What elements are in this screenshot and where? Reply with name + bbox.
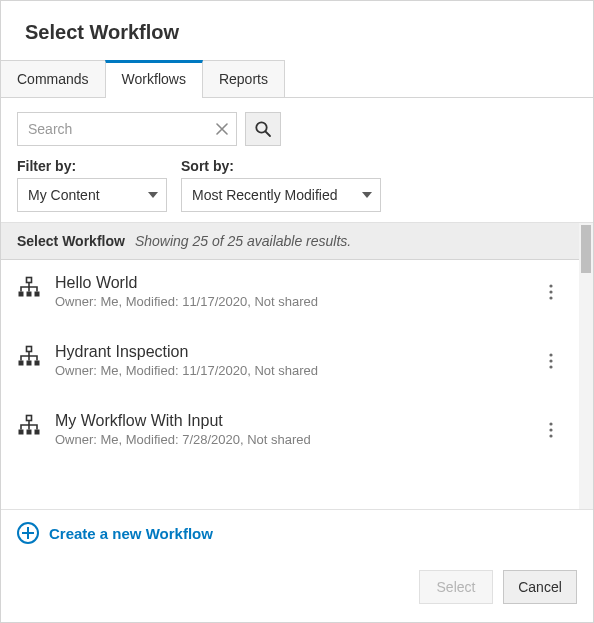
svg-point-14 xyxy=(549,359,552,362)
svg-rect-4 xyxy=(27,292,32,297)
svg-rect-17 xyxy=(19,430,24,435)
sort-value: Most Recently Modified xyxy=(192,187,338,203)
tab-bar: Commands Workflows Reports xyxy=(1,60,593,98)
svg-rect-10 xyxy=(19,361,24,366)
results-inner: Select Workflow Showing 25 of 25 availab… xyxy=(1,223,579,509)
item-menu-button[interactable] xyxy=(539,349,563,373)
chevron-down-icon xyxy=(148,192,158,198)
sort-label: Sort by: xyxy=(181,158,381,174)
filter-field: Filter by: My Content xyxy=(17,158,167,212)
search-button[interactable] xyxy=(245,112,281,146)
create-workflow-label: Create a new Workflow xyxy=(49,525,213,542)
create-row: Create a new Workflow xyxy=(1,509,593,556)
chevron-down-icon xyxy=(362,192,372,198)
list-item[interactable]: My Workflow With Input Owner: Me, Modifi… xyxy=(1,398,579,461)
list-item-text: Hydrant Inspection Owner: Me, Modified: … xyxy=(55,343,525,378)
list-item-title: Hydrant Inspection xyxy=(55,343,525,361)
workflow-icon xyxy=(17,276,41,300)
results-heading: Select Workflow xyxy=(17,233,125,249)
filters-row: Filter by: My Content Sort by: Most Rece… xyxy=(17,158,577,212)
more-vertical-icon xyxy=(549,422,553,438)
svg-rect-3 xyxy=(19,292,24,297)
svg-rect-12 xyxy=(35,361,40,366)
svg-point-7 xyxy=(549,290,552,293)
list-item-meta: Owner: Me, Modified: 7/28/2020, Not shar… xyxy=(55,432,525,447)
workflow-icon xyxy=(17,414,41,438)
tab-reports[interactable]: Reports xyxy=(202,60,285,97)
search-wrapper xyxy=(17,112,237,146)
svg-point-22 xyxy=(549,434,552,437)
dialog-body: Filter by: My Content Sort by: Most Rece… xyxy=(1,98,593,622)
more-vertical-icon xyxy=(549,284,553,300)
list-item-meta: Owner: Me, Modified: 11/17/2020, Not sha… xyxy=(55,294,525,309)
controls: Filter by: My Content Sort by: Most Rece… xyxy=(1,98,593,222)
svg-point-13 xyxy=(549,353,552,356)
filter-select[interactable]: My Content xyxy=(17,178,167,212)
select-button[interactable]: Select xyxy=(419,570,493,604)
workflow-list: Hello World Owner: Me, Modified: 11/17/2… xyxy=(1,260,579,461)
svg-point-6 xyxy=(549,284,552,287)
list-item-text: Hello World Owner: Me, Modified: 11/17/2… xyxy=(55,274,525,309)
svg-point-21 xyxy=(549,428,552,431)
create-workflow-link[interactable]: Create a new Workflow xyxy=(17,522,213,544)
svg-rect-16 xyxy=(27,416,32,421)
sort-select[interactable]: Most Recently Modified xyxy=(181,178,381,212)
cancel-button[interactable]: Cancel xyxy=(503,570,577,604)
select-workflow-dialog: Select Workflow Commands Workflows Repor… xyxy=(0,0,594,623)
list-item-text: My Workflow With Input Owner: Me, Modifi… xyxy=(55,412,525,447)
svg-point-15 xyxy=(549,365,552,368)
list-item-meta: Owner: Me, Modified: 11/17/2020, Not sha… xyxy=(55,363,525,378)
filter-value: My Content xyxy=(28,187,100,203)
search-icon xyxy=(254,120,272,138)
list-item-title: Hello World xyxy=(55,274,525,292)
tab-commands[interactable]: Commands xyxy=(1,60,106,97)
svg-rect-19 xyxy=(35,430,40,435)
list-item-title: My Workflow With Input xyxy=(55,412,525,430)
x-icon xyxy=(216,123,228,135)
svg-rect-11 xyxy=(27,361,32,366)
workflow-icon xyxy=(17,345,41,369)
results-area: Select Workflow Showing 25 of 25 availab… xyxy=(1,222,593,509)
item-menu-button[interactable] xyxy=(539,418,563,442)
scrollbar-thumb[interactable] xyxy=(581,225,591,273)
results-scrollbar[interactable] xyxy=(579,223,593,509)
svg-point-20 xyxy=(549,422,552,425)
svg-rect-18 xyxy=(27,430,32,435)
svg-line-1 xyxy=(266,132,271,137)
list-item[interactable]: Hello World Owner: Me, Modified: 11/17/2… xyxy=(1,260,579,323)
plus-circle-icon xyxy=(17,522,39,544)
dialog-title: Select Workflow xyxy=(1,1,593,60)
svg-point-8 xyxy=(549,296,552,299)
results-header: Select Workflow Showing 25 of 25 availab… xyxy=(1,223,579,260)
more-vertical-icon xyxy=(549,353,553,369)
button-row: Select Cancel xyxy=(1,556,593,622)
filter-label: Filter by: xyxy=(17,158,167,174)
svg-rect-2 xyxy=(27,278,32,283)
search-input[interactable] xyxy=(17,112,237,146)
results-summary: Showing 25 of 25 available results. xyxy=(135,233,351,249)
sort-field: Sort by: Most Recently Modified xyxy=(181,158,381,212)
clear-search-button[interactable] xyxy=(207,112,237,146)
item-menu-button[interactable] xyxy=(539,280,563,304)
tab-workflows[interactable]: Workflows xyxy=(105,60,203,97)
list-item[interactable]: Hydrant Inspection Owner: Me, Modified: … xyxy=(1,329,579,392)
svg-rect-5 xyxy=(35,292,40,297)
svg-rect-9 xyxy=(27,347,32,352)
search-row xyxy=(17,112,577,146)
